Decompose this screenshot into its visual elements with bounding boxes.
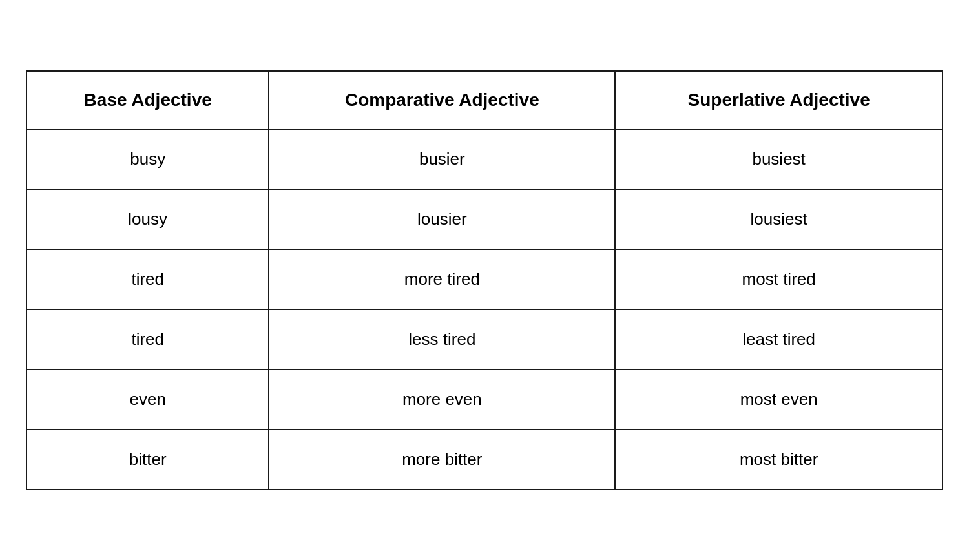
cell-comparative: more tired (269, 249, 615, 309)
adjective-table: Base Adjective Comparative Adjective Sup… (26, 70, 943, 490)
cell-base: even (26, 369, 269, 430)
table-row: busybusierbusiest (26, 129, 943, 189)
table-row: tiredmore tiredmost tired (26, 249, 943, 309)
cell-superlative: most bitter (615, 430, 943, 490)
cell-superlative: most even (615, 369, 943, 430)
cell-superlative: most tired (615, 249, 943, 309)
cell-base: lousy (26, 189, 269, 249)
table-row: bittermore bittermost bitter (26, 430, 943, 490)
adjective-table-container: Base Adjective Comparative Adjective Sup… (26, 70, 943, 490)
col-header-comparative: Comparative Adjective (269, 71, 615, 129)
cell-comparative: lousier (269, 189, 615, 249)
table-row: lousylousierlousiest (26, 189, 943, 249)
cell-comparative: more bitter (269, 430, 615, 490)
col-header-base: Base Adjective (26, 71, 269, 129)
cell-comparative: more even (269, 369, 615, 430)
header-row: Base Adjective Comparative Adjective Sup… (26, 71, 943, 129)
cell-superlative: lousiest (615, 189, 943, 249)
cell-base: bitter (26, 430, 269, 490)
table-row: tiredless tiredleast tired (26, 309, 943, 369)
table-row: evenmore evenmost even (26, 369, 943, 430)
cell-base: tired (26, 249, 269, 309)
cell-base: busy (26, 129, 269, 189)
cell-comparative: less tired (269, 309, 615, 369)
cell-superlative: busiest (615, 129, 943, 189)
cell-superlative: least tired (615, 309, 943, 369)
cell-comparative: busier (269, 129, 615, 189)
col-header-superlative: Superlative Adjective (615, 71, 943, 129)
cell-base: tired (26, 309, 269, 369)
